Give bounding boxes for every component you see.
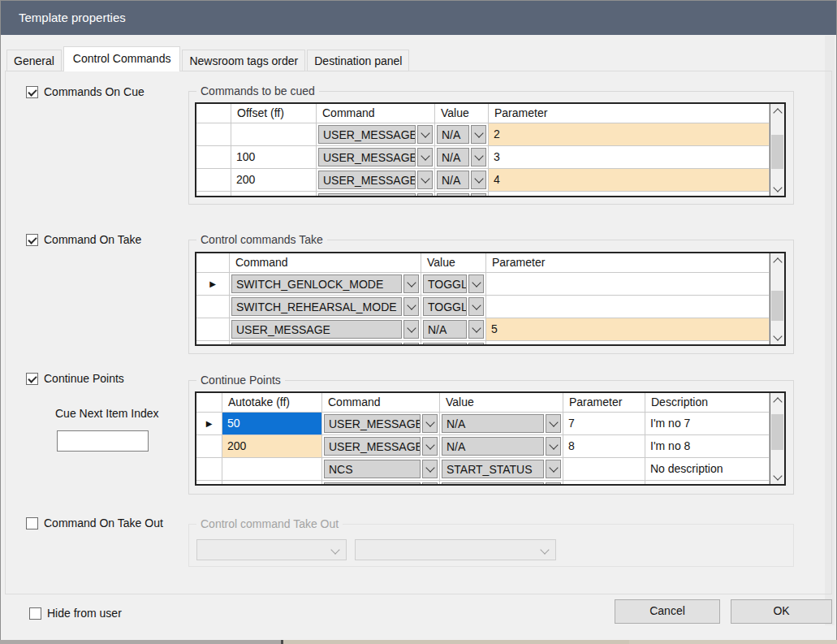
row-selector-cell[interactable]: ▶ [196,273,230,296]
grid-cell-parameter[interactable]: 5 [486,318,770,341]
column-header-value[interactable]: Value [421,253,486,273]
column-header-command[interactable]: Command [230,253,421,273]
column-header-row-selector[interactable] [196,104,231,123]
combo-dropdown-button[interactable] [403,343,419,344]
checkbox-continue-points-box[interactable] [26,373,38,385]
combo-dropdown-button[interactable] [422,460,438,478]
combo-dropdown-button[interactable] [417,148,433,166]
column-header-value[interactable]: Value [440,393,563,413]
vertical-scrollbar[interactable] [770,393,784,484]
grid-cell-combo[interactable] [322,481,440,484]
column-header-parameter[interactable]: Parameter [486,253,770,273]
combo-value[interactable] [318,193,416,196]
checkbox-hide-from-user-box[interactable] [29,607,41,620]
row-selector-cell[interactable] [196,458,222,481]
column-header-autotake-ff-[interactable]: Autotake (ff) [222,393,322,413]
grid-cell-description[interactable]: I'm no 7 [645,413,770,435]
vertical-scrollbar[interactable] [770,253,784,344]
grid-cell-parameter[interactable]: 7 [563,413,645,435]
combo-value[interactable]: NCS [324,460,421,478]
column-header-description[interactable]: Description [645,393,770,413]
combo-value[interactable]: N/A [442,437,544,456]
scrollbar-up-button[interactable] [770,253,784,267]
combo-value[interactable]: USER_MESSAGE [324,437,421,456]
grid-cell-parameter[interactable]: 8 [563,435,645,458]
combo-value[interactable]: USER_MESSAGE [231,320,402,339]
checkbox-hide-from-user[interactable]: Hide from user [29,607,122,620]
row-selector-cell[interactable]: ▶ [196,413,222,435]
combo-value[interactable]: N/A [437,148,469,166]
combo-dropdown-button[interactable] [403,320,419,339]
combo-value[interactable]: START_STATUS [442,460,544,478]
grid-cell-command[interactable]: USER_MESSAGE [317,123,435,146]
grid-cell-parameter[interactable]: 4 [489,169,770,192]
tab-newsroom-tags-order[interactable]: Newsroom tags order [182,50,305,71]
combo-dropdown-button[interactable] [417,193,433,196]
scrollbar-thumb[interactable] [771,135,783,169]
grid-cell-value[interactable]: N/A [435,146,489,169]
column-header-row-selector[interactable] [196,253,230,273]
combo-dropdown-button[interactable] [471,125,486,144]
grid-cell-value[interactable]: N/A [440,435,563,458]
grid-cell-value[interactable]: N/A [421,318,486,341]
scrollbar-down-button[interactable] [770,470,784,484]
grid-cell-offset[interactable] [231,123,317,146]
combo-dropdown-button[interactable] [471,171,486,189]
grid-cell-parameter[interactable] [563,458,645,481]
scrollbar-thumb[interactable] [771,414,783,450]
column-header-command[interactable]: Command [317,104,435,123]
grid-cell-autotake[interactable] [222,458,322,481]
column-header-row-selector[interactable] [196,393,222,413]
combo-value[interactable]: USER_MESSAGE [318,148,416,166]
combo-value[interactable]: SWITCH_GENLOCK_MODE [231,274,402,293]
combo-dropdown-button[interactable] [546,460,561,478]
grid-cell-command[interactable]: USER_MESSAGE [317,169,435,192]
combo-value[interactable]: N/A [437,171,469,189]
grid-cell-autotake[interactable]: 50 [222,413,322,435]
combo-value[interactable]: USER_MESSAGE [324,414,421,433]
grid-cell-command[interactable]: USER_MESSAGE [322,435,440,458]
scrollbar-thumb[interactable] [771,291,783,321]
grid-cell-combo[interactable] [317,192,435,196]
column-header-value[interactable]: Value [435,104,489,123]
grid-cell-command[interactable]: USER_MESSAGE [322,413,440,435]
checkbox-command-on-take[interactable]: Command On Take [26,233,141,246]
combo-dropdown-button[interactable] [471,193,486,196]
combo-value[interactable]: TOGGLE [423,274,467,293]
combo-dropdown-button[interactable] [468,320,484,339]
combo-value[interactable]: USER_MESSAGE [318,171,416,189]
grid-cell-combo[interactable] [421,341,486,344]
combo-value[interactable] [442,482,544,484]
checkbox-command-on-take-out[interactable]: Command On Take Out [26,516,163,529]
grid-cell-command[interactable]: SWITCH_GENLOCK_MODE [230,273,421,296]
tab-destination-panel[interactable]: Destination panel [307,50,409,71]
grid-cell-description[interactable]: I'm no 8 [645,435,770,458]
combo-value[interactable] [231,343,402,344]
row-selector-cell[interactable] [196,146,231,169]
scrollbar-down-button[interactable] [770,182,784,196]
combo-value[interactable]: N/A [437,125,469,144]
scrollbar-up-button[interactable] [770,393,784,407]
grid-cell-autotake[interactable]: 200 [222,435,322,458]
grid-cell-command[interactable]: USER_MESSAGE [230,318,421,341]
grid-cell-command[interactable]: USER_MESSAGE [317,146,435,169]
row-selector-cell[interactable] [196,169,231,192]
scrollbar-down-button[interactable] [770,331,784,344]
combo-value[interactable]: SWITCH_REHEARSAL_MODE [231,297,402,316]
checkbox-command-on-take-out-box[interactable] [26,517,38,529]
combo-value[interactable] [324,482,421,484]
row-selector-cell[interactable] [196,435,222,458]
grid-cell-parameter[interactable] [486,273,770,296]
combo-dropdown-button[interactable] [422,482,438,484]
checkbox-command-on-take-box[interactable] [26,234,38,246]
grid-cell-value[interactable]: N/A [435,123,489,146]
column-header-parameter[interactable]: Parameter [563,393,645,413]
grid-cell-value[interactable]: START_STATUS [440,458,563,481]
grid-cell-value[interactable]: N/A [440,413,563,435]
combo-dropdown-button[interactable] [417,171,433,189]
scrollbar-up-button[interactable] [770,104,784,118]
row-selector-cell[interactable] [196,123,231,146]
combo-value[interactable]: N/A [423,320,467,339]
combo-dropdown-button[interactable] [422,414,438,433]
checkbox-commands-on-cue-box[interactable] [26,86,38,98]
